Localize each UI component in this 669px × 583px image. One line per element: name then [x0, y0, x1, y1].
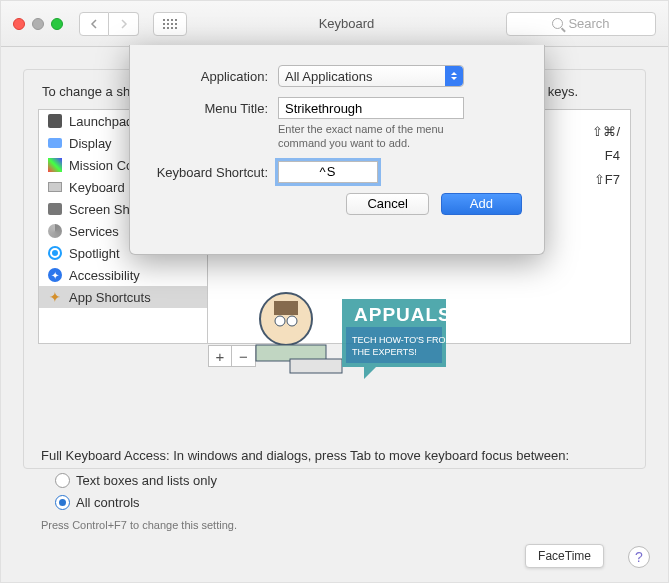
sheet-button-row: Cancel Add [152, 193, 522, 215]
fka-radio-group: Text boxes and lists only All controls [55, 469, 628, 513]
fka-option-textboxes[interactable]: Text boxes and lists only [55, 469, 628, 491]
sidebar-item-label: App Shortcuts [69, 290, 151, 305]
titlebar: Keyboard Search [1, 1, 668, 47]
show-all-button[interactable] [153, 12, 187, 36]
sidebar-item-label: Accessibility [69, 268, 140, 283]
keyboard-icon [47, 179, 63, 195]
menu-title-note: Enter the exact name of the menu command… [278, 122, 488, 151]
shortcut-key: ⇧⌘/ [592, 120, 620, 144]
keyboard-shortcut-input[interactable] [278, 161, 378, 183]
application-row: Application: All Applications [152, 65, 522, 87]
chevron-left-icon [90, 19, 98, 29]
mission-control-icon [47, 157, 63, 173]
application-value: All Applications [285, 69, 372, 84]
window-controls [13, 18, 63, 30]
full-keyboard-access-section: Full Keyboard Access: In windows and dia… [41, 445, 628, 531]
facetime-tooltip: FaceTime [525, 544, 604, 568]
application-popup[interactable]: All Applications [278, 65, 464, 87]
menu-title-row: Menu Title: Enter the exact name of the … [152, 97, 522, 151]
shortcut-key: F4 [592, 144, 620, 168]
application-label: Application: [152, 65, 278, 84]
search-icon [552, 18, 563, 29]
radio-selected-icon [55, 495, 70, 510]
cancel-button[interactable]: Cancel [346, 193, 428, 215]
chevron-right-icon [120, 19, 128, 29]
radio-icon [55, 473, 70, 488]
popup-arrows-icon [445, 66, 463, 86]
search-placeholder: Search [568, 16, 609, 31]
display-icon [47, 135, 63, 151]
spotlight-icon [47, 245, 63, 261]
sidebar-item-accessibility[interactable]: ✦Accessibility [39, 264, 207, 286]
menu-title-label: Menu Title: [152, 97, 278, 116]
shortcut-key: ⇧F7 [592, 168, 620, 192]
close-window-button[interactable] [13, 18, 25, 30]
add-shortcut-button[interactable]: + [208, 345, 232, 367]
shortcut-key-column: ⇧⌘/ F4 ⇧F7 [592, 120, 620, 192]
grid-icon [163, 19, 177, 29]
forward-button[interactable] [109, 12, 139, 36]
add-button[interactable]: Add [441, 193, 522, 215]
sidebar-item-label: Display [69, 136, 112, 151]
window-title: Keyboard [197, 16, 496, 31]
radio-label: Text boxes and lists only [76, 473, 217, 488]
gear-icon [47, 223, 63, 239]
preferences-window: Keyboard Search To change a shortcut, se… [0, 0, 669, 583]
fka-hint: Press Control+F7 to change this setting. [41, 519, 628, 531]
fka-label: Full Keyboard Access: In windows and dia… [41, 448, 628, 463]
nav-back-forward [79, 12, 139, 36]
shortcut-label: Keyboard Shortcut: [152, 161, 278, 180]
add-remove-controls: + − [208, 345, 256, 367]
menu-title-input[interactable] [278, 97, 464, 119]
fka-option-all-controls[interactable]: All controls [55, 491, 628, 513]
remove-shortcut-button[interactable]: − [232, 345, 256, 367]
help-button[interactable]: ? [628, 546, 650, 568]
radio-label: All controls [76, 495, 140, 510]
minimize-window-button[interactable] [32, 18, 44, 30]
sidebar-item-label: Services [69, 224, 119, 239]
sidebar-item-label: Keyboard [69, 180, 125, 195]
back-button[interactable] [79, 12, 109, 36]
camera-icon [47, 201, 63, 217]
shortcut-row: Keyboard Shortcut: [152, 161, 522, 183]
search-field[interactable]: Search [506, 12, 656, 36]
launchpad-icon [47, 113, 63, 129]
add-shortcut-sheet: Application: All Applications Menu Title… [129, 45, 545, 255]
app-shortcuts-icon: ✦ [47, 289, 63, 305]
sidebar-item-label: Spotlight [69, 246, 120, 261]
accessibility-icon: ✦ [47, 267, 63, 283]
sidebar-item-app-shortcuts[interactable]: ✦App Shortcuts [39, 286, 207, 308]
zoom-window-button[interactable] [51, 18, 63, 30]
